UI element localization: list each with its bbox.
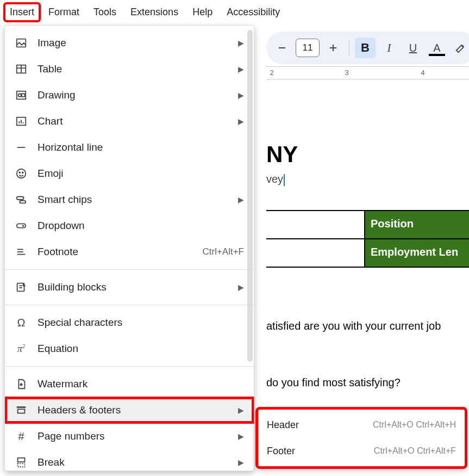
ruler: 2 3 4 xyxy=(266,66,469,79)
font-size-decrease[interactable] xyxy=(272,38,292,58)
page-numbers-icon: # xyxy=(15,430,28,443)
doc-title-fragment: NY xyxy=(266,141,298,168)
menu-label: Footnote xyxy=(37,246,192,258)
submenu-arrow-icon: ▶ xyxy=(238,195,244,204)
svg-rect-19 xyxy=(20,201,26,203)
svg-rect-28 xyxy=(18,409,25,413)
image-icon xyxy=(15,36,28,50)
table-cell-empty[interactable] xyxy=(266,211,364,239)
submenu-header[interactable]: Header Ctrl+Alt+O Ctrl+Alt+H xyxy=(257,412,466,438)
insert-building-blocks[interactable]: Building blocks ▶ xyxy=(5,274,254,300)
insert-footnote[interactable]: Footnote Ctrl+Alt+F xyxy=(5,239,254,265)
menu-label: Watermark xyxy=(37,378,244,390)
headers-footers-submenu: Header Ctrl+Alt+O Ctrl+Alt+H Footer Ctrl… xyxy=(257,408,466,468)
headers-footers-icon xyxy=(15,404,28,417)
toolbar-separator xyxy=(349,40,349,55)
horizontal-line-icon xyxy=(15,141,28,154)
insert-menu-dropdown: Image ▶ Table ▶ Drawing ▶ Chart ▶ Horizo… xyxy=(4,25,254,471)
submenu-arrow-icon: ▶ xyxy=(238,91,244,100)
submenu-label: Footer xyxy=(267,446,310,457)
italic-button[interactable]: I xyxy=(379,38,399,58)
menu-label: Special characters xyxy=(37,317,244,329)
emoji-icon xyxy=(15,167,28,180)
insert-horizontal-line[interactable]: Horizontal line xyxy=(5,134,254,160)
submenu-arrow-icon: ▶ xyxy=(238,406,244,415)
font-size-input[interactable]: 11 xyxy=(296,39,320,57)
insert-image[interactable]: Image ▶ xyxy=(5,30,254,56)
insert-watermark[interactable]: Watermark xyxy=(5,371,254,397)
submenu-shortcut: Ctrl+Alt+O Ctrl+Alt+F xyxy=(374,446,456,456)
doc-subtitle-fragment: vey xyxy=(266,173,285,186)
highlight-button[interactable] xyxy=(451,38,469,58)
menu-help[interactable]: Help xyxy=(187,3,218,21)
text-cursor xyxy=(284,174,285,186)
insert-emoji[interactable]: Emoji xyxy=(5,160,254,187)
ruler-mark-4: 4 xyxy=(421,69,424,77)
menu-separator xyxy=(5,269,254,270)
underline-button[interactable]: U xyxy=(403,38,423,58)
equation-icon: π2 xyxy=(15,342,28,355)
dropdown-scrollbar[interactable] xyxy=(247,30,253,362)
footnote-icon xyxy=(15,245,28,258)
submenu-arrow-icon: ▶ xyxy=(238,458,244,467)
menu-extensions[interactable]: Extensions xyxy=(125,3,184,21)
doc-question-2-fragment: do you find most satisfying? xyxy=(266,376,401,389)
submenu-arrow-icon: ▶ xyxy=(238,65,244,73)
doc-table: Position Employment Len xyxy=(266,210,469,268)
menu-label: Headers & footers xyxy=(37,404,224,416)
insert-page-numbers[interactable]: # Page numbers ▶ xyxy=(5,423,254,449)
svg-rect-9 xyxy=(22,94,24,97)
insert-headers-footers[interactable]: Headers & footers ▶ xyxy=(5,397,254,423)
menu-label: Table xyxy=(37,63,224,75)
insert-table[interactable]: Table ▶ xyxy=(5,56,254,82)
submenu-shortcut: Ctrl+Alt+O Ctrl+Alt+H xyxy=(373,420,456,430)
menu-accessibility[interactable]: Accessibility xyxy=(221,3,285,21)
menu-label: Page numbers xyxy=(37,430,224,442)
menu-label: Break xyxy=(37,456,224,468)
menu-label: Chart xyxy=(37,115,224,127)
table-header-employment-length[interactable]: Employment Len xyxy=(364,239,469,268)
font-size-increase[interactable] xyxy=(323,38,343,58)
table-cell-empty[interactable] xyxy=(266,239,364,268)
menubar: Insert Format Tools Extensions Help Acce… xyxy=(0,0,469,24)
insert-chart[interactable]: Chart ▶ xyxy=(5,108,254,134)
menu-tools[interactable]: Tools xyxy=(88,3,122,21)
menu-separator xyxy=(5,366,254,367)
menu-label: Smart chips xyxy=(37,194,224,206)
text-color-button[interactable]: A xyxy=(427,38,447,58)
menu-separator xyxy=(5,305,254,305)
submenu-arrow-icon: ▶ xyxy=(238,432,244,441)
table-header-position[interactable]: Position xyxy=(364,211,469,239)
insert-dropdown[interactable]: Dropdown xyxy=(5,213,254,239)
submenu-arrow-icon: ▶ xyxy=(238,39,244,47)
menu-insert[interactable]: Insert xyxy=(4,3,40,21)
menu-label: Dropdown xyxy=(37,220,244,232)
svg-rect-18 xyxy=(17,197,24,200)
svg-rect-30 xyxy=(18,463,25,467)
drawing-icon xyxy=(15,89,28,102)
menu-format[interactable]: Format xyxy=(43,3,85,21)
chart-icon xyxy=(15,115,28,128)
bold-button[interactable]: B xyxy=(355,38,376,58)
table-row: Position xyxy=(266,211,469,239)
submenu-footer[interactable]: Footer Ctrl+Alt+O Ctrl+Alt+F xyxy=(257,438,466,464)
menu-label: Drawing xyxy=(37,89,224,101)
insert-equation[interactable]: π2 Equation xyxy=(5,336,254,362)
insert-break[interactable]: Break ▶ xyxy=(5,449,254,471)
menu-label: Horizontal line xyxy=(37,141,244,153)
insert-drawing[interactable]: Drawing ▶ xyxy=(5,82,254,108)
toolbar: 11 B I U A xyxy=(266,32,469,64)
ruler-mark-3: 3 xyxy=(345,69,348,77)
menu-label: Equation xyxy=(37,343,244,355)
table-row: Employment Len xyxy=(266,239,469,268)
submenu-label: Header xyxy=(267,419,310,431)
svg-point-16 xyxy=(19,172,20,173)
menu-label: Building blocks xyxy=(37,281,224,293)
watermark-icon xyxy=(15,378,28,391)
insert-special-characters[interactable]: Ω Special characters xyxy=(5,310,254,336)
building-blocks-icon xyxy=(15,281,28,294)
menu-label: Image xyxy=(37,37,224,49)
svg-point-8 xyxy=(18,94,22,97)
special-characters-icon: Ω xyxy=(15,316,28,329)
insert-smart-chips[interactable]: Smart chips ▶ xyxy=(5,187,254,213)
